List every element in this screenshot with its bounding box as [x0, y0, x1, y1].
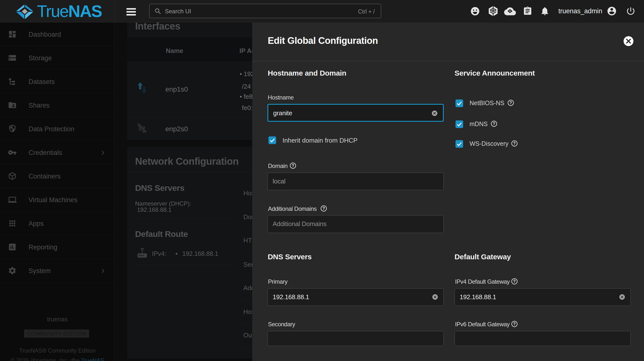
- svg-text:?: ?: [513, 141, 516, 146]
- svg-text:?: ?: [493, 121, 495, 126]
- svg-text:?: ?: [322, 206, 325, 211]
- svg-text:?: ?: [513, 322, 516, 326]
- svg-text:?: ?: [292, 163, 294, 168]
- svg-text:?: ?: [513, 279, 516, 284]
- svg-text:?: ?: [510, 101, 512, 105]
